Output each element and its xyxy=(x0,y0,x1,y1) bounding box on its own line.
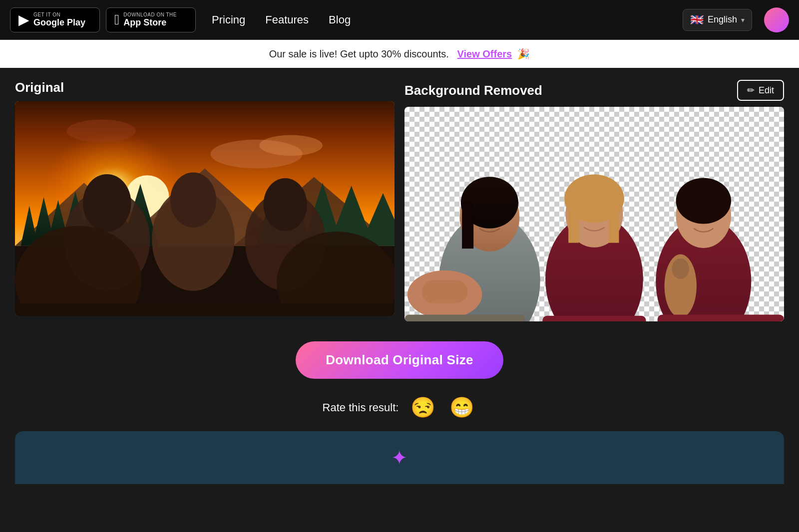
sad-rating-button[interactable]: 😒 xyxy=(408,394,437,421)
flag-icon: 🇬🇧 xyxy=(690,13,704,26)
svg-point-44 xyxy=(672,259,689,279)
apple-icon:  xyxy=(114,13,119,27)
svg-rect-46 xyxy=(422,280,468,303)
language-label: English xyxy=(708,14,737,25)
rating-section: Rate this result: 😒 😁 xyxy=(323,394,477,421)
view-offers-link[interactable]: View Offers xyxy=(457,48,512,59)
original-label: Original xyxy=(15,80,395,95)
svg-rect-48 xyxy=(542,316,646,321)
promo-banner: Our sale is live! Get upto 30% discounts… xyxy=(0,40,799,68)
svg-rect-30 xyxy=(15,303,395,316)
google-play-text: GET IT ON Google Play xyxy=(33,12,85,28)
svg-rect-49 xyxy=(658,315,784,321)
svg-point-25 xyxy=(170,172,216,228)
svg-point-23 xyxy=(83,174,131,232)
google-play-icon: ▶ xyxy=(18,13,29,27)
happy-rating-button[interactable]: 😁 xyxy=(447,394,476,421)
promo-emoji: 🎉 xyxy=(517,48,530,59)
svg-point-4 xyxy=(259,135,323,156)
rating-label: Rate this result: xyxy=(323,401,399,414)
original-panel: Original xyxy=(15,80,395,321)
pricing-link[interactable]: Pricing xyxy=(212,13,245,26)
features-link[interactable]: Features xyxy=(265,13,309,26)
edit-button[interactable]: ✏ Edit xyxy=(737,80,784,101)
svg-rect-34 xyxy=(462,203,473,249)
download-button[interactable]: Download Original Size xyxy=(296,341,503,379)
svg-rect-38 xyxy=(568,200,579,243)
checker-background xyxy=(404,107,784,321)
google-play-pre-label: GET IT ON xyxy=(33,12,85,17)
original-image-container xyxy=(15,101,395,316)
nav-links: Pricing Features Blog xyxy=(212,13,351,26)
svg-point-27 xyxy=(263,178,307,231)
user-avatar[interactable] xyxy=(764,7,789,32)
download-section: Download Original Size Rate this result:… xyxy=(15,321,784,431)
app-store-label: App Store xyxy=(123,17,177,28)
svg-rect-47 xyxy=(404,315,525,321)
removed-label: Background Removed ✏ Edit xyxy=(404,80,784,101)
removed-scene-svg xyxy=(404,107,784,321)
main-content: Original xyxy=(0,68,799,431)
promo-text: Our sale is live! Get upto 30% discounts… xyxy=(269,48,449,59)
bottom-section: ✦ xyxy=(15,431,784,484)
edit-pencil-icon: ✏ xyxy=(747,85,755,96)
svg-rect-39 xyxy=(609,200,619,243)
language-selector[interactable]: 🇬🇧 English ▾ xyxy=(683,9,752,31)
svg-point-42 xyxy=(676,178,732,224)
app-store-text: Download on the App Store xyxy=(123,12,177,28)
removed-image-container xyxy=(404,107,784,321)
google-play-button[interactable]: ▶ GET IT ON Google Play xyxy=(10,7,100,32)
image-comparison: Original xyxy=(15,80,784,321)
blog-link[interactable]: Blog xyxy=(329,13,351,26)
edit-label: Edit xyxy=(759,85,774,96)
app-store-button[interactable]:  Download on the App Store xyxy=(106,7,196,32)
google-play-label: Google Play xyxy=(33,17,85,28)
main-header: ▶ GET IT ON Google Play  Download on th… xyxy=(0,0,799,40)
removed-panel: Background Removed ✏ Edit xyxy=(404,80,784,321)
app-store-pre-label: Download on the xyxy=(123,12,177,17)
header-left: ▶ GET IT ON Google Play  Download on th… xyxy=(10,7,677,32)
original-scene-svg xyxy=(15,101,395,316)
bottom-icon: ✦ xyxy=(391,446,408,469)
original-image xyxy=(15,101,395,316)
chevron-down-icon: ▾ xyxy=(741,16,745,24)
svg-point-5 xyxy=(67,120,136,143)
